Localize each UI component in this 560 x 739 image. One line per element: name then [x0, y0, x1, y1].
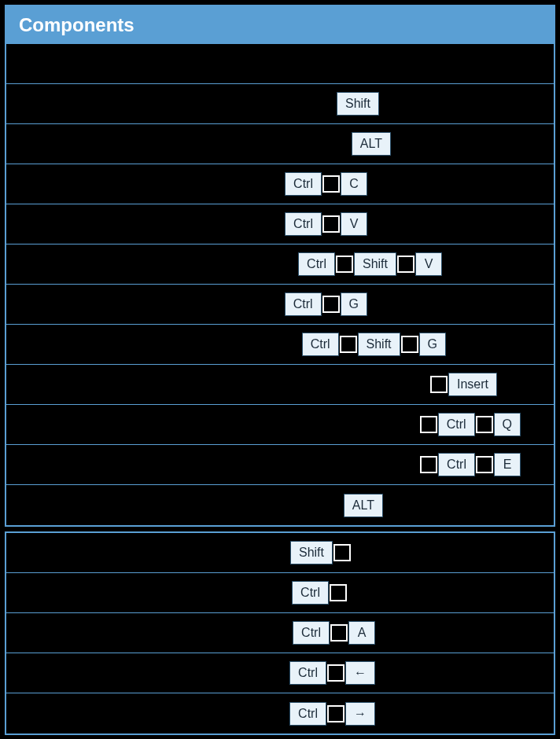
plus-icon: +: [327, 664, 344, 682]
key-v: V: [415, 252, 442, 276]
key-group: ALT: [352, 132, 544, 156]
row-label: Toggle symbol snap on/off (hold): [16, 136, 220, 153]
key-group: Ctrl + C: [285, 172, 544, 196]
row-paste: Paste Component(s) Ctrl + V: [6, 204, 554, 244]
key-shift: Shift: [358, 333, 400, 356]
row-next-tab: Go to next tab Ctrl +: [6, 693, 554, 733]
key-insert: Insert: [448, 373, 497, 396]
plus-icon: +: [333, 544, 351, 561]
row-label: Insert new component into group workflow: [16, 377, 281, 393]
key-group: Ctrl + G: [285, 292, 544, 316]
components-panel-2: Constrain movement (hold) Shift + Accele…: [5, 531, 555, 735]
row-paste-in-place: Paste in Place Component(s) Ctrl + Shift…: [6, 244, 554, 285]
plus-icon: +: [322, 215, 340, 233]
key-group: + Ctrl + Q: [419, 413, 544, 436]
row-heading: Components Keyboard Shortcuts: [6, 44, 554, 84]
row-toggle-snap-off: Toggle component snapping off ALT: [6, 485, 554, 525]
row-select-all: Select all components Ctrl + A: [6, 613, 554, 653]
key-ctrl: Ctrl: [438, 453, 475, 476]
key-group: Shift: [337, 92, 544, 116]
key-group: Ctrl + Shift + V: [298, 252, 544, 276]
row-label: Ungroup Components: [16, 336, 154, 353]
key-group: Ctrl +: [289, 702, 544, 726]
key-ctrl: Ctrl: [298, 252, 335, 276]
key-group: Ctrl +: [292, 581, 544, 605]
panel-title: Components: [19, 14, 134, 35]
key-v: V: [341, 212, 367, 236]
row-label: Paste in Place Component(s): [16, 256, 200, 273]
key-ctrl: Ctrl: [289, 702, 326, 726]
panel-header: Components: [6, 6, 554, 44]
key-group: + Insert: [429, 373, 544, 396]
row-group: Group Components Ctrl + G: [6, 285, 554, 325]
row-label: Edit Workflow - Enter/Exit a group workf…: [16, 457, 287, 473]
key-group: Ctrl + V: [285, 212, 544, 236]
row-label: Go to previous tab: [16, 665, 131, 682]
key-group: Ctrl +: [289, 661, 544, 685]
key-ctrl: Ctrl: [293, 621, 330, 645]
key-group: Ctrl + Shift + G: [302, 333, 544, 356]
key-shift: Shift: [354, 252, 396, 276]
plus-icon: +: [327, 705, 344, 722]
row-accel-move: Accelerate movement (hold) Ctrl +: [6, 573, 554, 613]
key-ctrl: Ctrl: [438, 413, 475, 436]
key-e: E: [494, 453, 521, 476]
row-alt-snap: Toggle symbol snap on/off (hold) ALT: [6, 124, 554, 164]
plus-icon: +: [340, 336, 357, 353]
plus-icon: +: [430, 376, 448, 393]
plus-icon: +: [322, 296, 340, 313]
key-alt: ALT: [352, 132, 391, 156]
key-g: G: [419, 333, 446, 356]
components-panel: Components Components Keyboard Shortcuts…: [5, 5, 555, 527]
row-edit-workflow: Edit Workflow - Enter/Exit a group workf…: [6, 445, 554, 485]
plus-icon: +: [322, 175, 340, 193]
key-arrow-right: [345, 702, 375, 726]
plus-icon: +: [420, 456, 437, 473]
row-label: Components Keyboard Shortcuts: [16, 56, 224, 72]
row-label: Add to last selected object (hold): [16, 96, 221, 112]
key-ctrl: Ctrl: [285, 212, 322, 236]
key-ctrl: Ctrl: [285, 172, 322, 196]
plus-icon: +: [476, 456, 493, 473]
key-g: G: [341, 292, 367, 316]
plus-icon: +: [330, 584, 347, 601]
key-group: + Ctrl + E: [419, 453, 544, 476]
key-a: A: [348, 621, 375, 645]
key-ctrl: Ctrl: [292, 581, 329, 605]
row-label: Select all components: [16, 625, 154, 642]
plus-icon: +: [397, 256, 414, 273]
plus-icon: +: [401, 336, 418, 353]
key-shift: Shift: [337, 92, 379, 116]
key-arrow-left: [345, 661, 375, 685]
key-group: Ctrl + A: [293, 621, 544, 645]
row-label: Quit workflow without saving changes: [16, 417, 252, 433]
row-insert-workflow: Insert new component into group workflow…: [6, 365, 554, 405]
row-label: Copy Selected Component(s): [16, 176, 201, 193]
row-quit-workflow: Quit workflow without saving changes + C…: [6, 405, 554, 445]
row-ungroup: Ungroup Components Ctrl + Shift + G: [6, 325, 554, 365]
row-label: Toggle component snapping off: [16, 497, 212, 513]
row-constrain-move: Constrain movement (hold) Shift +: [6, 533, 554, 573]
plus-icon: +: [420, 416, 437, 433]
row-prev-tab: Go to previous tab Ctrl +: [6, 653, 554, 693]
key-ctrl: Ctrl: [289, 661, 326, 685]
row-label: Go to next tab: [16, 705, 105, 722]
key-ctrl: Ctrl: [285, 292, 322, 316]
key-shift: Shift: [290, 541, 333, 564]
key-c: C: [341, 172, 367, 196]
key-ctrl: Ctrl: [302, 333, 339, 356]
row-copy: Copy Selected Component(s) Ctrl + C: [6, 164, 554, 204]
row-label: Constrain movement (hold): [16, 545, 186, 561]
row-label: Accelerate movement (hold): [16, 585, 193, 601]
row-label: Group Components: [16, 296, 139, 313]
row-shift-add: Add to last selected object (hold) Shift: [6, 84, 554, 124]
plus-icon: +: [330, 624, 348, 642]
key-group: ALT: [344, 494, 544, 517]
key-q: Q: [494, 413, 521, 436]
key-alt: ALT: [344, 494, 383, 517]
plus-icon: +: [336, 256, 353, 273]
row-label: Paste Component(s): [16, 216, 146, 233]
plus-icon: +: [476, 416, 493, 433]
key-group: Shift +: [290, 541, 544, 564]
